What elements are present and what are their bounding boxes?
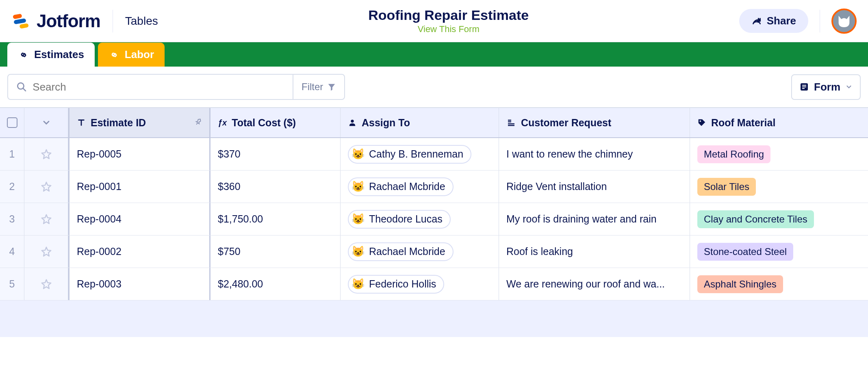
assignee-avatar: 😺 [351, 180, 365, 194]
assignee-avatar: 😺 [351, 147, 365, 161]
cell-estimate-id[interactable]: Rep-0002 [68, 236, 210, 268]
cell-customer-request[interactable]: We are renewing our roof and wa... [499, 268, 690, 300]
user-avatar[interactable] [831, 9, 857, 34]
column-header-estimate-id[interactable]: Estimate ID [68, 108, 210, 137]
cell-assign-to[interactable]: 😺 Rachael Mcbride [341, 171, 499, 203]
cell-customer-request[interactable]: Ridge Vent installation [499, 171, 690, 203]
section-label[interactable]: Tables [125, 15, 158, 28]
cell-estimate-id[interactable]: Rep-0005 [68, 138, 210, 170]
table-body: 1 Rep-0005 $370 😺 Cathy B. Brenneman I w… [0, 138, 868, 300]
cell-assign-to[interactable]: 😺 Theodore Lucas [341, 203, 499, 235]
material-tag: Metal Roofing [697, 145, 770, 163]
assignee-name: Cathy B. Brenneman [369, 148, 463, 160]
star-cell[interactable] [24, 138, 68, 170]
table-row[interactable]: 2 Rep-0001 $360 😺 Rachael Mcbride Ridge … [0, 171, 868, 203]
column-header-total-cost[interactable]: ƒx Total Cost ($) [210, 108, 341, 137]
tag-icon [697, 118, 706, 127]
svg-point-14 [700, 121, 701, 122]
star-icon [40, 246, 52, 258]
app-header: Jotform Tables Roofing Repair Estimate V… [0, 0, 868, 42]
column-header-assign-to[interactable]: Assign To [341, 108, 499, 137]
tab-estimates[interactable]: Estimates [7, 43, 95, 67]
material-tag: Clay and Concrete Tiles [697, 210, 814, 228]
column-header-customer-request[interactable]: Customer Request [499, 108, 690, 137]
column-label: Roof Material [711, 117, 775, 129]
cell-customer-request[interactable]: I want to renew the chimney [499, 138, 690, 170]
filter-icon [327, 82, 336, 91]
select-all-header[interactable] [0, 108, 24, 137]
star-cell[interactable] [24, 268, 68, 300]
row-number: 3 [0, 203, 24, 235]
assignee-chip[interactable]: 😺 Rachael Mcbride [348, 242, 454, 261]
row-number: 2 [0, 171, 24, 203]
brand-logo[interactable]: Jotform [11, 11, 100, 31]
cell-assign-to[interactable]: 😺 Rachael Mcbride [341, 236, 499, 268]
cell-assign-to[interactable]: 😺 Federico Hollis [341, 268, 499, 300]
star-cell[interactable] [24, 203, 68, 235]
cell-estimate-id[interactable]: Rep-0001 [68, 171, 210, 203]
select-all-checkbox[interactable] [7, 117, 17, 128]
column-label: Total Cost ($) [232, 117, 296, 129]
material-tag: Solar Tiles [697, 178, 756, 196]
assignee-avatar: 😺 [351, 277, 365, 291]
cell-roof-material[interactable]: Metal Roofing [690, 138, 868, 170]
svg-rect-2 [19, 23, 28, 29]
column-label: Estimate ID [91, 117, 146, 129]
row-number: 4 [0, 236, 24, 268]
form-view-button[interactable]: Form [791, 74, 861, 100]
star-icon [40, 278, 52, 290]
divider [820, 10, 820, 32]
cell-roof-material[interactable]: Solar Tiles [690, 171, 868, 203]
cell-customer-request[interactable]: Roof is leaking [499, 236, 690, 268]
star-cell[interactable] [24, 171, 68, 203]
table-row[interactable]: 3 Rep-0004 $1,750.00 😺 Theodore Lucas My… [0, 203, 868, 236]
table-row[interactable]: 1 Rep-0005 $370 😺 Cathy B. Brenneman I w… [0, 138, 868, 171]
svg-line-4 [23, 88, 26, 91]
filter-button[interactable]: Filter [293, 75, 344, 99]
cell-total-cost[interactable]: $360 [210, 171, 341, 203]
tab-labor[interactable]: Labor [98, 43, 165, 67]
assignee-chip[interactable]: 😺 Federico Hollis [348, 275, 444, 294]
column-header-roof-material[interactable]: Roof Material [690, 108, 868, 137]
assignee-chip[interactable]: 😺 Theodore Lucas [348, 210, 451, 229]
chevron-down-icon [845, 83, 853, 91]
cell-total-cost[interactable]: $1,750.00 [210, 203, 341, 235]
search-input[interactable] [33, 81, 284, 93]
share-button[interactable]: Share [739, 9, 808, 33]
assignee-chip[interactable]: 😺 Cathy B. Brenneman [348, 145, 471, 164]
pin-icon[interactable] [194, 117, 203, 129]
cell-roof-material[interactable]: Clay and Concrete Tiles [690, 203, 868, 235]
assignee-avatar: 😺 [351, 245, 365, 259]
chevron-down-icon [41, 118, 51, 127]
cell-total-cost[interactable]: $370 [210, 138, 341, 170]
star-icon [40, 148, 52, 160]
column-label: Customer Request [521, 117, 611, 129]
link-icon [108, 49, 120, 61]
star-cell[interactable] [24, 236, 68, 268]
toolbar: Filter Form [0, 67, 868, 107]
form-view-label: Form [814, 81, 840, 93]
cell-customer-request[interactable]: My roof is draining water and rain [499, 203, 690, 235]
material-tag: Asphalt Shingles [697, 275, 783, 293]
table-header-row: Estimate ID ƒx Total Cost ($) Assign To … [0, 108, 868, 138]
assignee-name: Rachael Mcbride [369, 181, 445, 192]
assignee-name: Federico Hollis [369, 278, 436, 290]
expand-header[interactable] [24, 108, 68, 137]
title-block: Roofing Repair Estimate View This Form [158, 7, 739, 35]
search-box[interactable] [8, 75, 293, 99]
search-filter-group: Filter [7, 74, 345, 100]
cell-assign-to[interactable]: 😺 Cathy B. Brenneman [341, 138, 499, 170]
table-row[interactable]: 4 Rep-0002 $750 😺 Rachael Mcbride Roof i… [0, 236, 868, 268]
cell-total-cost[interactable]: $2,480.00 [210, 268, 341, 300]
view-form-link[interactable]: View This Form [158, 24, 739, 35]
table-footer [0, 300, 868, 337]
cell-total-cost[interactable]: $750 [210, 236, 341, 268]
assignee-chip[interactable]: 😺 Rachael Mcbride [348, 177, 454, 196]
cell-roof-material[interactable]: Stone-coated Steel [690, 236, 868, 268]
table-row[interactable]: 5 Rep-0003 $2,480.00 😺 Federico Hollis W… [0, 268, 868, 300]
brand-name: Jotform [37, 11, 100, 31]
jotform-logo-mark [11, 11, 31, 31]
cell-estimate-id[interactable]: Rep-0003 [68, 268, 210, 300]
cell-estimate-id[interactable]: Rep-0004 [68, 203, 210, 235]
cell-roof-material[interactable]: Asphalt Shingles [690, 268, 868, 300]
